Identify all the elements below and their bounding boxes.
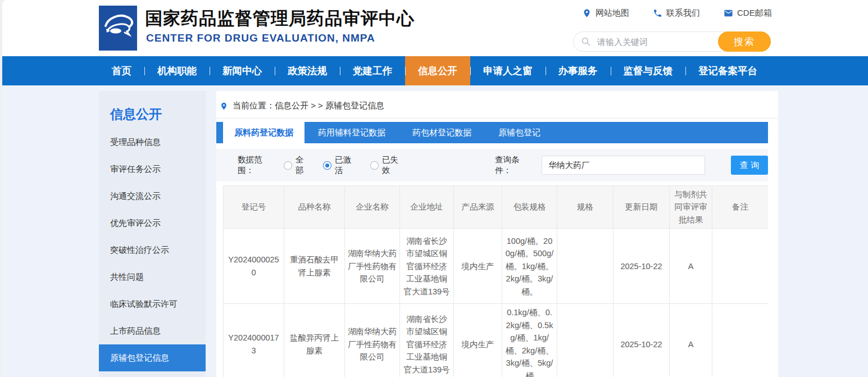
column-header-address: 企业地址 xyxy=(400,186,454,229)
nav-item-supervision[interactable]: 监督与反馈 xyxy=(611,56,686,85)
cell-address: 湖南省长沙市望城区铜官循环经济工业基地铜官大道139号 xyxy=(400,229,454,304)
tab-packaging-data[interactable]: 药包材登记数据 xyxy=(399,122,485,143)
phone-icon xyxy=(653,8,662,18)
cell-review-result: A xyxy=(670,229,712,304)
nav-item-home[interactable]: 首页 xyxy=(99,56,144,85)
scope-radio-group: 全部 已激活 已失效 xyxy=(284,155,405,176)
query-label: 查询条件： xyxy=(495,155,534,176)
site-header: 国家药品监督管理局药品审评中心 CENTER FOR DRUG EVALUATI… xyxy=(2,0,868,56)
query-button[interactable]: 查 询 xyxy=(731,156,768,175)
cde-logo xyxy=(99,6,137,51)
sitemap-link[interactable]: 网站地图 xyxy=(582,8,629,19)
data-tabs: 原料药登记数据 药用辅料登记数据 药包材登记数据 原辅包登记 xyxy=(216,122,768,143)
header-links: 网站地图 联系我们 CDE邮箱 xyxy=(582,8,772,19)
main-nav: 首页 机构职能 新闻中心 政策法规 党建工作 信息公开 申请人之窗 办事服务 监… xyxy=(2,56,868,85)
results-table-wrap: 登记号 品种名称 企业名称 企业地址 产品来源 包装规格 规格 更新日期 与制剂… xyxy=(223,185,768,377)
sidebar-item-communication[interactable]: 沟通交流公示 xyxy=(99,183,206,210)
query-input[interactable] xyxy=(542,156,706,175)
breadcrumb-text: 当前位置：信息公开 > > 原辅包登记信息 xyxy=(233,101,384,111)
nav-item-party[interactable]: 党建工作 xyxy=(340,56,405,85)
radio-circle-icon xyxy=(284,161,292,170)
sidebar-item-priority-review[interactable]: 优先审评公示 xyxy=(99,210,206,237)
nav-item-applicant[interactable]: 申请人之窗 xyxy=(470,56,546,85)
site-title: 国家药品监督管理局药品审评中心 xyxy=(145,7,415,30)
tab-api-data[interactable]: 原料药登记数据 xyxy=(223,122,305,143)
table-header-row: 登记号 品种名称 企业名称 企业地址 产品来源 包装规格 规格 更新日期 与制剂… xyxy=(224,186,769,229)
search-icon xyxy=(581,37,591,47)
radio-circle-icon xyxy=(323,161,331,170)
nav-item-registration-platform[interactable]: 登记备案平台 xyxy=(685,56,770,85)
radio-all[interactable]: 全部 xyxy=(284,155,311,176)
main-panel: 当前位置：信息公开 > > 原辅包登记信息 原料药登记数据 药用辅料登记数据 药… xyxy=(216,91,778,377)
cell-origin: 境内生产 xyxy=(454,304,502,377)
column-header-update-date: 更新日期 xyxy=(613,186,670,229)
cell-variety: 重酒石酸去甲肾上腺素 xyxy=(284,229,345,304)
column-header-review-result: 与制剂共同审评审批结果 xyxy=(670,186,712,229)
registration-table: 登记号 品种名称 企业名称 企业地址 产品来源 包装规格 规格 更新日期 与制剂… xyxy=(223,185,768,377)
nav-item-services[interactable]: 办事服务 xyxy=(546,56,611,85)
cell-packaging: 100g/桶。200g/桶。500g/桶。1kg/桶。2kg/桶。3kg/桶。 xyxy=(502,229,557,304)
radio-expired[interactable]: 已失效 xyxy=(370,155,405,176)
cell-variety: 盐酸异丙肾上腺素 xyxy=(284,304,345,377)
radio-circle-icon xyxy=(370,161,378,170)
column-header-packaging: 包装规格 xyxy=(502,186,557,229)
filter-bar: 数据范围： 全部 已激活 已失效 查询条件： xyxy=(216,149,768,181)
sitemap-label: 网站地图 xyxy=(596,8,629,19)
sidebar: 信息公开 受理品种信息 审评任务公示 沟通交流公示 优先审评公示 突破性治疗公示… xyxy=(99,91,206,377)
column-header-spec: 规格 xyxy=(557,186,613,229)
cell-remarks xyxy=(712,304,769,377)
location-pin-icon xyxy=(582,8,592,18)
mailbox-label: CDE邮箱 xyxy=(737,8,772,19)
column-header-remarks: 备注 xyxy=(712,186,769,229)
cell-address: 湖南省长沙市望城区铜官循环经济工业基地铜官大道139号 xyxy=(400,304,454,377)
scope-label: 数据范围： xyxy=(238,155,277,176)
cell-company: 湖南华纳大药厂手性药物有限公司 xyxy=(345,304,400,377)
cell-spec xyxy=(557,304,613,377)
sidebar-item-common-issues[interactable]: 共性问题 xyxy=(99,264,206,290)
cell-packaging: 0.1kg/桶、0.2kg/桶、0.5kg/桶、1kg/桶、2kg/桶、3kg/… xyxy=(502,304,557,377)
cell-review-result: A xyxy=(670,304,712,377)
cell-origin: 境内生产 xyxy=(454,229,502,304)
column-header-variety: 品种名称 xyxy=(284,186,345,229)
sidebar-item-breakthrough-therapy[interactable]: 突破性治疗公示 xyxy=(99,237,206,264)
page: 国家药品监督管理局药品审评中心 CENTER FOR DRUG EVALUATI… xyxy=(2,0,868,377)
sidebar-item-marketed-drugs[interactable]: 上市药品信息 xyxy=(99,317,206,344)
search-button[interactable]: 搜索 xyxy=(718,31,771,52)
mailbox-link[interactable]: CDE邮箱 xyxy=(724,8,772,19)
cell-update-date: 2025-10-22 xyxy=(613,304,670,377)
nav-item-news[interactable]: 新闻中心 xyxy=(210,56,275,85)
mail-icon xyxy=(724,8,733,18)
contact-label: 联系我们 xyxy=(666,8,700,19)
sidebar-item-clinical-trial[interactable]: 临床试验默示许可 xyxy=(99,290,206,317)
site-search: 搜索 xyxy=(573,31,771,52)
site-subtitle: CENTER FOR DRUG EVALUATION, NMPA xyxy=(146,32,375,44)
table-row: Y20240000250 重酒石酸去甲肾上腺素 湖南华纳大药厂手性药物有限公司 … xyxy=(224,229,769,304)
cell-remarks xyxy=(712,229,769,304)
column-header-origin: 产品来源 xyxy=(454,186,502,229)
sidebar-item-review-tasks[interactable]: 审评任务公示 xyxy=(99,156,206,183)
tab-excipient-data[interactable]: 药用辅料登记数据 xyxy=(305,122,399,143)
radio-all-label: 全部 xyxy=(296,155,311,176)
location-pin-icon xyxy=(220,101,228,111)
cell-spec xyxy=(557,229,613,304)
divider xyxy=(216,118,778,119)
contact-link[interactable]: 联系我们 xyxy=(653,8,700,19)
radio-expired-label: 已失效 xyxy=(382,155,406,176)
radio-activated-label: 已激活 xyxy=(335,155,358,176)
breadcrumb: 当前位置：信息公开 > > 原辅包登记信息 xyxy=(220,101,384,111)
radio-activated[interactable]: 已激活 xyxy=(323,155,358,176)
swirl-emblem-icon xyxy=(99,6,137,51)
nav-item-functions[interactable]: 机构职能 xyxy=(144,56,210,85)
cell-company: 湖南华纳大药厂手性药物有限公司 xyxy=(345,229,400,304)
cell-update-date: 2025-10-22 xyxy=(613,229,670,304)
sidebar-item-accepted-varieties[interactable]: 受理品种信息 xyxy=(99,129,206,156)
nav-item-info-disclosure[interactable]: 信息公开 xyxy=(405,56,470,85)
column-header-company: 企业名称 xyxy=(345,186,400,229)
sidebar-item-apie-registration[interactable]: 原辅包登记信息 xyxy=(99,344,206,371)
table-row: Y20240000173 盐酸异丙肾上腺素 湖南华纳大药厂手性药物有限公司 湖南… xyxy=(224,304,769,377)
column-header-reg-no: 登记号 xyxy=(224,186,284,229)
cell-reg-no: Y20240000250 xyxy=(224,229,284,304)
sidebar-title: 信息公开 xyxy=(99,91,206,129)
tab-apie-registration[interactable]: 原辅包登记 xyxy=(485,122,554,143)
nav-item-policy[interactable]: 政策法规 xyxy=(275,56,340,85)
